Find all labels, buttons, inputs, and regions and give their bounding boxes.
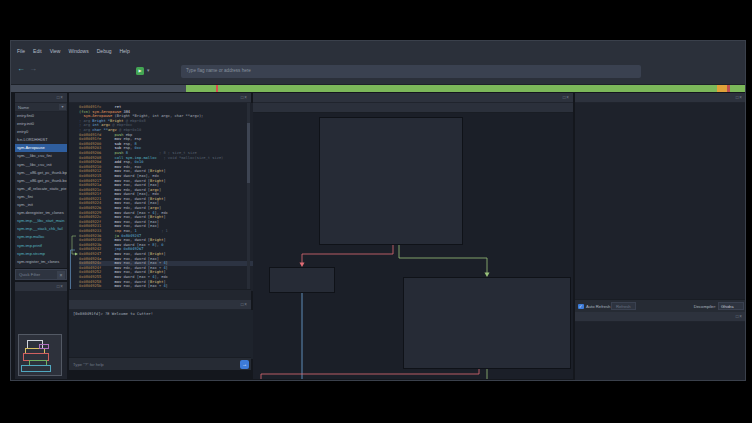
code-segment: call <box>101 156 123 160</box>
code-segment: Bright <box>150 238 163 242</box>
function-list-item[interactable]: entry.fini0 <box>15 112 67 120</box>
chevron-down-icon[interactable]: ▾ <box>59 104 66 110</box>
decompiler-select[interactable]: Ghidra <box>718 302 744 310</box>
send-command-icon[interactable]: → <box>240 360 249 369</box>
code-segment: sym.imp.malloc <box>123 156 156 160</box>
code-segment: argc <box>150 188 159 192</box>
nav-bar-segment[interactable] <box>727 85 730 92</box>
code-segment: argc <box>101 123 110 127</box>
code-segment: eax, dword [ <box>121 252 150 256</box>
code-segment: dword [eax + <box>121 211 152 215</box>
function-list-item[interactable]: sym.__x86.get_pc_thunk.bx <box>15 177 67 185</box>
toolbar: ← → ▶ ▾ Type flag name or address here <box>11 59 746 85</box>
code-segment: ] <box>166 266 168 270</box>
graph-node-true-branch[interactable] <box>403 277 571 369</box>
code-segment: 0x08049215 <box>79 174 101 178</box>
menu-item-debug[interactable]: Debug <box>97 48 112 54</box>
functions-column-header[interactable]: Name ▾ <box>15 103 67 112</box>
menu-item-view[interactable]: View <box>50 48 61 54</box>
back-icon[interactable]: ← <box>17 62 25 76</box>
graph-node-false-branch[interactable] <box>269 267 335 293</box>
code-segment: esp, <box>121 160 134 164</box>
function-list-item[interactable]: sym._dl_relocate_static_pie <box>15 185 67 193</box>
code-segment: mov <box>101 206 121 210</box>
quick-filter-input[interactable]: Quick Filter × <box>15 269 67 280</box>
graph-panel-title[interactable]: Graph (sym.Aeropause) □× <box>253 93 573 103</box>
console-panel-title[interactable]: Console □× <box>69 300 251 310</box>
close-icon[interactable]: × <box>244 95 248 100</box>
close-icon[interactable]: × <box>739 314 743 319</box>
code-segment: add <box>101 160 121 164</box>
code-segment: Bright <box>150 215 163 219</box>
disassembly-scrollbar[interactable] <box>247 103 250 289</box>
functions-panel-title[interactable]: Functions □× <box>15 93 67 103</box>
omnibox-input[interactable]: Type flag name or address here <box>181 65 641 78</box>
function-list-item[interactable]: sym.__x86.get_pc_thunk.bp <box>15 169 67 177</box>
decompiler-toolbar: ✓ Auto Refresh Refresh Decompiler: Ghidr… <box>575 299 746 312</box>
chevron-down-icon[interactable]: ▾ <box>147 67 150 73</box>
close-icon[interactable]: × <box>60 95 64 100</box>
function-list-item[interactable]: fcn.LORDHH0ST <box>15 136 67 144</box>
run-icon[interactable]: ▶ <box>136 67 144 75</box>
graph-node-entry[interactable] <box>319 117 463 245</box>
function-list-item[interactable]: entry.init0 <box>15 120 67 128</box>
nav-bar-segment[interactable] <box>11 85 186 92</box>
graph-overview-minimap[interactable] <box>15 292 67 379</box>
auto-refresh-checkbox[interactable]: ✓ <box>578 304 584 310</box>
code-segment: edx, dword [ <box>121 188 150 192</box>
function-list-item[interactable]: sym.Aeropause <box>15 144 67 152</box>
close-icon[interactable]: × <box>244 302 248 307</box>
function-list-item[interactable]: sym.imp.malloc <box>15 233 67 241</box>
graph-canvas[interactable] <box>253 113 573 379</box>
disassembly-panel-title[interactable]: Disassembly □× <box>69 93 251 103</box>
decompiler-panel-title[interactable]: Decompiler □× <box>575 93 746 103</box>
function-list-item[interactable]: sym.imp.__libc_start_main <box>15 217 67 225</box>
code-segment: mov <box>101 197 121 201</box>
clear-filter-icon[interactable]: × <box>57 271 65 279</box>
close-icon[interactable]: × <box>60 284 64 289</box>
function-list-item[interactable]: sym.__libc_csu_fini <box>15 152 67 160</box>
function-list-item[interactable]: sym.__libc_csu_init <box>15 161 67 169</box>
function-list-item[interactable]: sym.register_tm_clones <box>15 258 67 266</box>
forward-icon[interactable]: → <box>29 62 37 76</box>
code-segment: eax, dword [eax] <box>121 224 159 228</box>
code-segment: 0x08049229 <box>79 211 101 215</box>
function-list-item[interactable]: entry0 <box>15 128 67 136</box>
code-segment: sub <box>101 146 121 150</box>
code-segment: ] <box>166 284 168 288</box>
code-segment: Bright <box>150 197 163 201</box>
code-segment: eax, dword [ <box>121 270 150 274</box>
code-segment: argv <box>108 128 117 132</box>
function-list-item[interactable]: sym.imp.__stack_chk_fail <box>15 225 67 233</box>
code-segment: char ** <box>92 128 108 132</box>
hexdump-panel-title[interactable]: Hexdump □× <box>575 312 746 322</box>
nav-bar-segment[interactable] <box>216 85 218 92</box>
menu-item-windows[interactable]: Windows <box>68 48 88 54</box>
close-icon[interactable]: × <box>739 95 743 100</box>
menu-item-help[interactable]: Help <box>119 48 129 54</box>
graph-overview-panel-title[interactable]: Graph Overview □× <box>15 282 67 292</box>
function-list-item[interactable]: sym.imp.printf <box>15 242 67 250</box>
code-segment: 0x08049236 <box>79 234 101 238</box>
scrollbar-thumb[interactable] <box>247 123 250 183</box>
code-segment: 0x08049231 <box>79 224 101 228</box>
function-list-item[interactable]: sym._fini <box>15 193 67 201</box>
code-segment: mov <box>101 224 121 228</box>
functions-list: entry.fini0entry.init0entry0fcn.LORDHH0S… <box>15 112 67 268</box>
code-segment: ebp, esp <box>121 137 141 141</box>
refresh-button[interactable]: Refresh <box>611 302 636 310</box>
memory-nav-bar[interactable] <box>11 85 746 92</box>
nav-bar-segment[interactable] <box>186 85 746 92</box>
code-segment: ; void *malloc(size_t size) <box>157 156 224 160</box>
code-segment: 0x08049252 <box>79 270 101 274</box>
menu-item-edit[interactable]: Edit <box>33 48 42 54</box>
code-segment: mov <box>101 174 121 178</box>
code-segment: Bright <box>150 270 163 274</box>
function-list-item[interactable]: sym.deregister_tm_clones <box>15 209 67 217</box>
function-list-item[interactable]: sym.imp.strcmp <box>15 250 67 258</box>
function-list-item[interactable]: sym._init <box>15 201 67 209</box>
menu-item-file[interactable]: File <box>17 48 25 54</box>
console-input[interactable]: Type "?" for help → <box>69 357 251 370</box>
close-icon[interactable]: × <box>566 95 570 100</box>
nav-bar-segment[interactable] <box>717 85 727 92</box>
